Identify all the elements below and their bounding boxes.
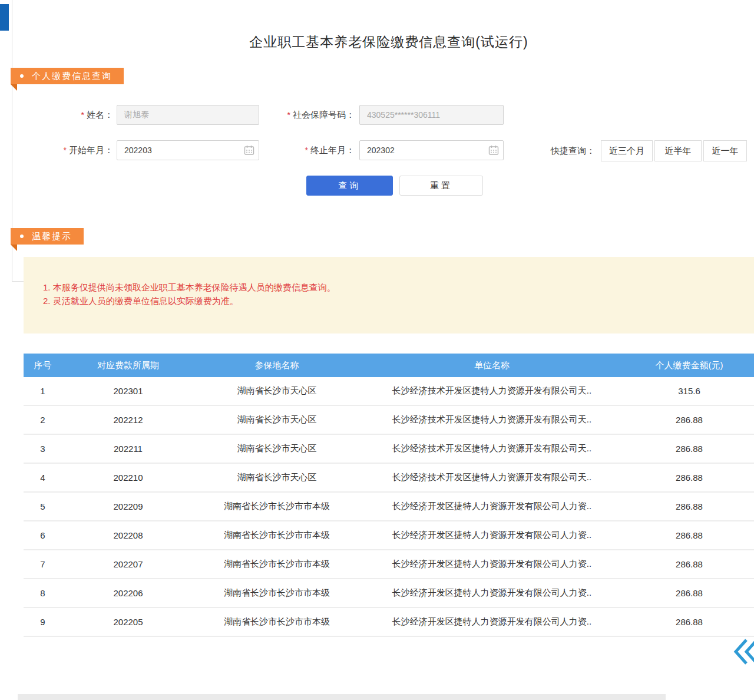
required-asterisk: * (305, 146, 308, 155)
cell-period: 202208 (62, 530, 194, 540)
panel-bottom-border (12, 281, 25, 282)
payment-table: 序号 对应费款所属期 参保地名称 单位名称 个人缴费金额(元) 1 202301… (24, 354, 754, 637)
cell-amount: 286.88 (624, 559, 754, 569)
tip-line: 2. 灵活就业人员的缴费单位信息以实际缴费为准。 (43, 294, 742, 308)
required-asterisk: * (287, 110, 290, 120)
cell-period: 202207 (62, 559, 194, 569)
cell-region: 湖南省长沙市天心区 (194, 443, 359, 454)
quick-option-one-year[interactable]: 近一年 (703, 140, 747, 161)
required-asterisk: * (64, 146, 67, 155)
cell-region: 湖南省长沙市天心区 (194, 472, 359, 483)
cell-period: 202212 (62, 415, 194, 425)
end-date-input[interactable] (359, 140, 504, 160)
cell-seq: 1 (24, 386, 62, 396)
table-row[interactable]: 2 202212 湖南省长沙市天心区 长沙经济技术开发区捷特人力资源开发有限公司… (24, 406, 754, 435)
cell-seq: 3 (24, 444, 62, 454)
cell-seq: 2 (24, 415, 62, 425)
cell-period: 202205 (62, 617, 194, 627)
tip-line: 1. 本服务仅提供尚未领取企业职工基本养老保险待遇人员的缴费信息查询。 (43, 280, 742, 294)
section-header-personal-query: 个人缴费信息查询 (11, 68, 124, 84)
required-asterisk: * (81, 110, 84, 120)
cell-period: 202301 (62, 386, 194, 396)
cell-company: 长沙经济开发区捷特人力资源开发有限公司人力资.. (359, 559, 624, 570)
table-row[interactable]: 5 202209 湖南省长沙市长沙市市本级 长沙经济开发区捷特人力资源开发有限公… (24, 493, 754, 521)
ribbon-fold (11, 245, 17, 251)
cell-company: 长沙经济开发区捷特人力资源开发有限公司人力资.. (359, 616, 624, 628)
cell-seq: 5 (24, 501, 62, 511)
cell-period: 202209 (62, 501, 194, 511)
quick-query-label: 快捷查询： (551, 146, 595, 157)
tips-notice-box: 1. 本服务仅提供尚未领取企业职工基本养老保险待遇人员的缴费信息查询。 2. 灵… (24, 257, 754, 334)
start-date-label: *开始年月： (47, 145, 113, 156)
section-header-tips: 温馨提示 (11, 228, 84, 245)
sidebar-collapsed-tab[interactable] (0, 4, 9, 31)
table-row[interactable]: 3 202211 湖南省长沙市天心区 长沙经济技术开发区捷特人力资源开发有限公司… (24, 435, 754, 464)
page-title: 企业职工基本养老保险缴费信息查询(试运行) (24, 33, 754, 51)
cell-period: 202210 (62, 473, 194, 483)
query-button[interactable]: 查询 (306, 176, 393, 196)
ribbon-fold (11, 84, 17, 91)
cell-amount: 286.88 (624, 444, 754, 454)
cell-amount: 315.6 (624, 386, 754, 396)
ssn-label: *社会保障号码： (265, 110, 355, 121)
cell-region: 湖南省长沙市长沙市市本级 (194, 530, 359, 541)
table-body: 1 202301 湖南省长沙市天心区 长沙经济技术开发区捷特人力资源开发有限公司… (24, 377, 754, 637)
cell-amount: 286.88 (624, 530, 754, 540)
reset-button[interactable]: 重置 (399, 176, 483, 196)
quick-option-3-months[interactable]: 近三个月 (601, 140, 653, 161)
bullet-icon (20, 235, 24, 238)
bullet-icon (20, 74, 24, 78)
footer-strip (18, 694, 666, 700)
table-row[interactable]: 7 202207 湖南省长沙市长沙市市本级 长沙经济开发区捷特人力资源开发有限公… (24, 550, 754, 579)
start-date-input[interactable] (117, 140, 259, 160)
quick-option-half-year[interactable]: 近半年 (654, 140, 702, 161)
section-label: 温馨提示 (32, 231, 72, 242)
cell-company: 长沙经济技术开发区捷特人力资源开发有限公司天.. (359, 443, 624, 454)
cell-company: 长沙经济技术开发区捷特人力资源开发有限公司天.. (359, 414, 624, 425)
cell-seq: 4 (24, 473, 62, 483)
collapse-panel-icon[interactable] (732, 638, 754, 666)
cell-region: 湖南省长沙市天心区 (194, 414, 359, 425)
cell-region: 湖南省长沙市天心区 (194, 385, 359, 397)
cell-region: 湖南省长沙市长沙市市本级 (194, 501, 359, 512)
table-row[interactable]: 4 202210 湖南省长沙市天心区 长沙经济技术开发区捷特人力资源开发有限公司… (24, 464, 754, 493)
table-header-row: 序号 对应费款所属期 参保地名称 单位名称 个人缴费金额(元) (24, 354, 754, 377)
name-label: *姓名： (47, 110, 113, 121)
cell-amount: 286.88 (624, 588, 754, 598)
cell-company: 长沙经济开发区捷特人力资源开发有限公司人力资.. (359, 587, 624, 599)
cell-seq: 6 (24, 530, 62, 540)
table-row[interactable]: 8 202206 湖南省长沙市长沙市市本级 长沙经济开发区捷特人力资源开发有限公… (24, 579, 754, 608)
col-header-amount: 个人缴费金额(元) (624, 360, 754, 371)
table-row[interactable]: 1 202301 湖南省长沙市天心区 长沙经济技术开发区捷特人力资源开发有限公司… (24, 377, 754, 406)
cell-region: 湖南省长沙市长沙市市本级 (194, 559, 359, 570)
cell-period: 202211 (62, 444, 194, 454)
cell-company: 长沙经济技术开发区捷特人力资源开发有限公司天.. (359, 472, 624, 483)
table-row[interactable]: 9 202205 湖南省长沙市长沙市市本级 长沙经济开发区捷特人力资源开发有限公… (24, 608, 754, 637)
cell-company: 长沙经济开发区捷特人力资源开发有限公司人力资.. (359, 530, 624, 541)
cell-amount: 286.88 (624, 617, 754, 627)
cell-company: 长沙经济开发区捷特人力资源开发有限公司人力资.. (359, 501, 624, 512)
cell-seq: 9 (24, 617, 62, 627)
cell-amount: 286.88 (624, 473, 754, 483)
section-label: 个人缴费信息查询 (32, 71, 112, 82)
col-header-seq: 序号 (24, 360, 62, 371)
cell-company: 长沙经济技术开发区捷特人力资源开发有限公司天.. (359, 385, 624, 397)
cell-seq: 8 (24, 588, 62, 598)
cell-region: 湖南省长沙市长沙市市本级 (194, 616, 359, 628)
cell-region: 湖南省长沙市长沙市市本级 (194, 587, 359, 599)
end-date-label: *终止年月： (289, 145, 355, 156)
table-row[interactable]: 6 202208 湖南省长沙市长沙市市本级 长沙经济开发区捷特人力资源开发有限公… (24, 521, 754, 550)
col-header-region: 参保地名称 (194, 360, 359, 371)
col-header-company: 单位名称 (359, 360, 624, 371)
cell-amount: 286.88 (624, 415, 754, 425)
cell-amount: 286.88 (624, 501, 754, 511)
name-input (117, 105, 259, 125)
cell-seq: 7 (24, 559, 62, 569)
col-header-period: 对应费款所属期 (62, 360, 194, 371)
cell-period: 202206 (62, 588, 194, 598)
ssn-input (359, 105, 504, 125)
